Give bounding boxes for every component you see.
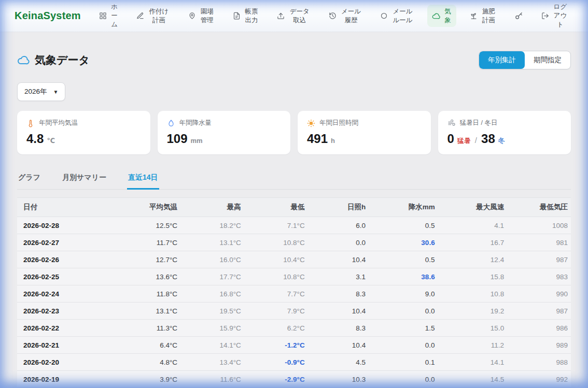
table-row[interactable]: 2026-02-2711.7°C13.1°C10.8°C0.030.616.79… bbox=[17, 234, 571, 251]
cell-rainfall: 1.5 bbox=[369, 320, 438, 337]
table-row[interactable]: 2026-02-2612.7°C16.0°C10.4°C10.40.512.49… bbox=[17, 251, 571, 268]
cell-rainfall: 0.0 bbox=[369, 303, 438, 320]
table-row[interactable]: 2026-02-204.8°C13.4°C-0.9°C4.50.114.1988 bbox=[17, 354, 571, 371]
nav-item-sprout[interactable]: 施肥計画 bbox=[465, 5, 501, 27]
document-icon bbox=[233, 12, 241, 20]
page-title-text: 気象データ bbox=[35, 53, 90, 67]
nav-item-document[interactable]: 帳票出力 bbox=[228, 5, 264, 27]
cell-min-temp: 7.1°C bbox=[244, 217, 308, 234]
nav-item-pencil[interactable]: 作付け計画 bbox=[132, 5, 175, 27]
cell-max-temp: 13.4°C bbox=[180, 354, 244, 371]
cell-rainfall: 0.0 bbox=[369, 371, 438, 388]
nav-item-history[interactable]: メール履歴 bbox=[324, 5, 367, 27]
table-row[interactable]: 2026-02-2211.3°C15.9°C6.2°C8.31.515.0986 bbox=[17, 320, 571, 337]
nav-item-pin[interactable]: 園場管理 bbox=[184, 5, 219, 27]
yearly-summary-button[interactable]: 年別集計 bbox=[479, 51, 525, 69]
year-select-value: 2026年 bbox=[24, 87, 47, 96]
cell-min-pressure: 989 bbox=[507, 337, 571, 354]
cell-min-pressure: 992 bbox=[507, 371, 571, 388]
cell-sunshine: 10.3 bbox=[308, 371, 369, 388]
cell-max-wind: 10.8 bbox=[438, 285, 508, 303]
nav-item-label: ログアウト bbox=[553, 3, 568, 29]
weather-page: 気象データ 年別集計 期間指定 2026年 ▼ 年間平均気温4.8℃年間降水量1… bbox=[0, 51, 588, 388]
tab-1[interactable]: 月別サマリー bbox=[61, 168, 107, 190]
cell-date: 2026-02-21 bbox=[17, 337, 111, 354]
cell-max-wind: 15.8 bbox=[438, 268, 508, 285]
nav-item-cloud[interactable]: 気象 bbox=[427, 5, 457, 27]
nav-item-grid[interactable]: ホーム bbox=[94, 0, 123, 32]
table-row[interactable]: 2026-02-2313.1°C19.5°C7.9°C10.40.019.298… bbox=[17, 303, 571, 320]
tab-0[interactable]: グラフ bbox=[17, 168, 41, 190]
cell-sunshine: 0.0 bbox=[308, 234, 369, 251]
cell-sunshine: 6.0 bbox=[308, 217, 369, 234]
table-header-row: 日付平均気温最高最低日照h降水mm最大風速最低気圧 bbox=[17, 198, 571, 217]
stat-value: 491 bbox=[307, 132, 328, 146]
thermometer-icon bbox=[26, 119, 35, 127]
cell-date: 2026-02-23 bbox=[17, 303, 111, 320]
cell-max-wind: 11.2 bbox=[438, 337, 508, 354]
cell-min-temp: 10.8°C bbox=[244, 234, 308, 251]
table-row[interactable]: 2026-02-2513.6°C17.7°C10.8°C3.138.615.89… bbox=[17, 268, 571, 285]
cell-max-temp: 16.0°C bbox=[180, 251, 244, 268]
nav-item-label: 気象 bbox=[444, 7, 452, 25]
cell-max-temp: 18.2°C bbox=[180, 217, 244, 234]
nav-item-label: 施肥計画 bbox=[481, 7, 496, 25]
history-icon bbox=[329, 12, 337, 20]
column-header: 平均気温 bbox=[111, 198, 181, 217]
nav-item-key[interactable] bbox=[510, 9, 528, 23]
cell-min-temp: -2.9°C bbox=[244, 371, 308, 388]
circle-icon bbox=[380, 12, 388, 20]
nav-item-upload[interactable]: データ取込 bbox=[272, 5, 315, 27]
column-header: 日付 bbox=[17, 198, 111, 217]
table-row[interactable]: 2026-02-193.9°C11.6°C-2.9°C10.30.014.599… bbox=[17, 371, 571, 388]
nav-item-label: ホーム bbox=[110, 3, 119, 29]
stat-value: 4.8 bbox=[26, 132, 44, 146]
nav-item-label: データ取込 bbox=[288, 7, 311, 25]
recent-days-table-section: 日付平均気温最高最低日照h降水mm最大風速最低気圧 2026-02-2812.5… bbox=[17, 197, 571, 388]
data-tabs: グラフ月別サマリー直近14日 bbox=[17, 168, 571, 190]
cell-date: 2026-02-19 bbox=[17, 371, 111, 388]
cell-rainfall: 30.6 bbox=[369, 234, 438, 251]
column-header: 最低 bbox=[244, 198, 308, 217]
year-select[interactable]: 2026年 ▼ bbox=[17, 82, 65, 101]
cell-rainfall: 9.0 bbox=[369, 285, 438, 303]
stat-value: 109 bbox=[167, 132, 188, 146]
brand-logo[interactable]: KeinaSystem bbox=[15, 10, 81, 22]
cell-rainfall: 38.6 bbox=[369, 268, 438, 285]
stat-label: 年間平均気温 bbox=[39, 119, 78, 127]
cell-rainfall: 0.1 bbox=[369, 354, 438, 371]
pencil-icon bbox=[136, 12, 144, 20]
table-row[interactable]: 2026-02-216.4°C14.1°C-1.2°C10.40.011.298… bbox=[17, 337, 571, 354]
nav-item-logout[interactable]: ログアウト bbox=[537, 0, 572, 32]
cell-min-pressure: 988 bbox=[507, 354, 571, 371]
cell-min-temp: 7.7°C bbox=[244, 285, 308, 303]
stat-unit: h bbox=[331, 137, 335, 145]
stat-card: 年間日照時間491h bbox=[298, 111, 431, 154]
cell-sunshine: 4.5 bbox=[308, 354, 369, 371]
cell-rainfall: 0.5 bbox=[369, 251, 438, 268]
cell-min-pressure: 983 bbox=[507, 268, 571, 285]
period-select-button[interactable]: 期間指定 bbox=[525, 51, 570, 69]
recent-days-table: 日付平均気温最高最低日照h降水mm最大風速最低気圧 2026-02-2812.5… bbox=[17, 197, 571, 388]
cell-max-wind: 16.7 bbox=[438, 234, 508, 251]
nav-item-circle[interactable]: メールルール bbox=[375, 5, 418, 27]
view-mode-toggle: 年別集計 期間指定 bbox=[479, 51, 571, 69]
sprout-icon bbox=[470, 12, 478, 20]
stat-label: 年間日照時間 bbox=[319, 119, 358, 127]
table-row[interactable]: 2026-02-2411.8°C16.8°C7.7°C8.39.010.8990 bbox=[17, 285, 571, 303]
cell-sunshine: 10.4 bbox=[308, 337, 369, 354]
tab-2[interactable]: 直近14日 bbox=[127, 168, 159, 190]
cell-avg-temp: 11.8°C bbox=[111, 285, 181, 303]
cell-min-pressure: 986 bbox=[507, 320, 571, 337]
droplet-icon bbox=[167, 119, 175, 127]
cell-max-temp: 14.1°C bbox=[180, 337, 244, 354]
cell-max-wind: 12.4 bbox=[438, 251, 508, 268]
cell-avg-temp: 11.3°C bbox=[111, 320, 181, 337]
column-header: 最高 bbox=[180, 198, 244, 217]
stat-unit2: 冬 bbox=[498, 136, 505, 146]
cell-avg-temp: 12.5°C bbox=[111, 217, 181, 234]
cell-date: 2026-02-24 bbox=[17, 285, 111, 303]
pin-icon bbox=[188, 12, 196, 20]
cell-min-pressure: 987 bbox=[507, 303, 571, 320]
table-row[interactable]: 2026-02-2812.5°C18.2°C7.1°C6.00.54.11008 bbox=[17, 217, 571, 234]
